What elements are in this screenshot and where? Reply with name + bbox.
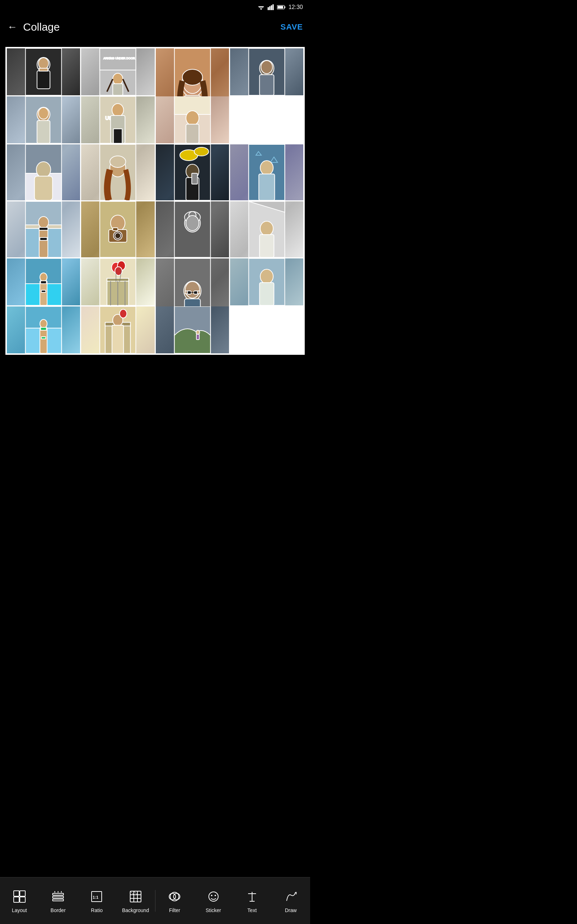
svg-rect-9	[278, 6, 283, 9]
photo-cell-9[interactable]	[7, 144, 80, 200]
svg-rect-5	[271, 5, 272, 10]
photo-cell-14[interactable]	[81, 201, 154, 257]
svg-rect-84	[259, 234, 274, 257]
photo-2-img: ARKING UNDER DOOR	[81, 48, 154, 95]
svg-text:ARKING UNDER DOOR: ARKING UNDER DOOR	[103, 57, 135, 60]
svg-rect-8	[285, 6, 285, 8]
collage-row-1: ARKING UNDER DOOR	[7, 48, 303, 95]
photo-cell-16[interactable]	[230, 201, 303, 257]
svg-rect-113	[259, 283, 274, 305]
svg-rect-14	[39, 68, 48, 71]
page-title: Collage	[23, 21, 60, 33]
svg-point-61	[260, 161, 273, 175]
svg-rect-67	[39, 228, 48, 257]
svg-point-18	[113, 73, 123, 85]
svg-point-125	[120, 309, 127, 318]
svg-point-66	[39, 216, 49, 228]
save-button[interactable]: SAVE	[280, 23, 303, 32]
photo-21-img	[7, 307, 80, 353]
photo-cell-22[interactable]	[81, 307, 154, 353]
battery-icon	[277, 5, 285, 10]
svg-rect-89	[41, 281, 47, 284]
svg-rect-62	[259, 174, 274, 200]
svg-point-104	[185, 281, 200, 298]
svg-point-34	[39, 108, 49, 119]
svg-rect-39	[114, 129, 122, 143]
photo-10-img	[81, 144, 154, 200]
photo-cell-13[interactable]	[7, 201, 80, 257]
svg-rect-56	[192, 173, 197, 184]
svg-point-50	[110, 156, 126, 168]
photo-cell-5[interactable]	[7, 96, 80, 143]
photo-cell-1[interactable]	[7, 48, 80, 95]
photo-15-img	[156, 201, 229, 257]
photo-cell-8[interactable]	[156, 96, 229, 143]
photo-cell-2[interactable]: ARKING UNDER DOOR	[81, 48, 154, 95]
photo-cell-6[interactable]: USA	[81, 96, 154, 143]
photo-20-img	[230, 258, 303, 305]
collage-container: ARKING UNDER DOOR	[5, 47, 305, 355]
photo-16-img	[230, 201, 303, 257]
svg-marker-2	[260, 8, 263, 10]
photo-13-img	[7, 201, 80, 257]
svg-rect-4	[269, 6, 271, 10]
signal-icon	[268, 4, 274, 10]
svg-point-74	[115, 233, 121, 239]
svg-rect-33	[37, 121, 50, 143]
svg-point-46	[36, 162, 51, 178]
svg-rect-90	[42, 290, 46, 292]
status-time: 12:30	[288, 4, 303, 10]
svg-point-80	[186, 215, 199, 231]
svg-point-53	[194, 147, 208, 156]
photo-cell-18[interactable]	[81, 258, 154, 305]
svg-rect-3	[268, 7, 269, 10]
svg-point-29	[261, 61, 272, 74]
photo-1-img	[7, 48, 80, 95]
svg-rect-109	[185, 291, 187, 294]
status-bar: 12:30	[0, 0, 310, 15]
photo-cell-10[interactable]	[81, 144, 154, 200]
photo-11-img	[156, 144, 229, 200]
svg-rect-117	[40, 327, 47, 353]
photo-4-img	[230, 48, 303, 95]
photo-6-img: USA	[81, 96, 154, 143]
bottom-spacer	[0, 362, 310, 412]
svg-rect-30	[259, 75, 274, 95]
svg-rect-12	[37, 71, 50, 89]
photo-cell-4[interactable]	[230, 48, 303, 95]
back-button[interactable]: ←	[7, 21, 17, 33]
photo-cell-11[interactable]	[156, 144, 229, 200]
svg-rect-88	[40, 281, 47, 305]
top-bar-left: ← Collage	[7, 21, 60, 33]
svg-point-87	[40, 273, 47, 281]
svg-point-116	[40, 320, 47, 328]
svg-rect-69	[40, 237, 47, 241]
photo-17-img	[7, 258, 80, 305]
svg-rect-124	[112, 325, 124, 353]
svg-rect-75	[113, 228, 118, 231]
collage-row-4	[7, 201, 303, 257]
svg-point-83	[260, 221, 273, 236]
status-icons: 12:30	[258, 4, 303, 10]
photo-18-img	[81, 258, 154, 305]
photo-22-img	[81, 307, 154, 353]
svg-rect-19	[113, 84, 123, 95]
collage-row-3	[7, 144, 303, 200]
svg-point-37	[112, 103, 124, 116]
svg-rect-43	[186, 124, 199, 143]
collage-row-5	[7, 258, 303, 305]
collage-row-6	[7, 307, 303, 353]
photo-cell-17[interactable]	[7, 258, 80, 305]
svg-point-25	[182, 69, 202, 85]
photo-cell-21[interactable]	[7, 307, 80, 353]
svg-rect-110	[197, 291, 200, 294]
photo-cell-24[interactable]	[156, 307, 229, 353]
photo-cell-12[interactable]	[230, 144, 303, 200]
photo-12-img	[230, 144, 303, 200]
photo-14-img	[81, 201, 154, 257]
svg-rect-47	[35, 176, 53, 200]
photo-cell-20[interactable]	[230, 258, 303, 305]
svg-rect-118	[41, 327, 47, 330]
photo-24-img	[156, 307, 229, 353]
photo-cell-15[interactable]	[156, 201, 229, 257]
